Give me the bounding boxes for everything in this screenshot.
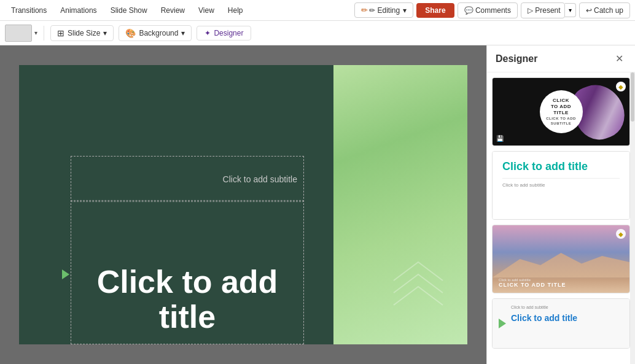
editing-label: ✏ Editing — [369, 6, 400, 15]
slide-size-label: Slide Size — [68, 29, 100, 37]
decorative-arrows — [381, 244, 455, 320]
catchup-button[interactable]: ↩ Catch up — [579, 2, 630, 18]
card3-preview: ◆ Click to add subtitle CLICK TO ADD TIT… — [493, 225, 629, 293]
slide-right-half — [333, 65, 467, 344]
menu-review[interactable]: Review — [155, 4, 191, 17]
menu-view[interactable]: View — [192, 4, 220, 17]
slide: Click to add subtitle Click to add title — [19, 65, 467, 344]
designer-button[interactable]: ✦ Designer — [197, 26, 251, 41]
card1-premium-badge: ◆ — [616, 82, 626, 91]
card3-premium-badge: ◆ — [616, 229, 626, 239]
designer-scrollbar[interactable] — [630, 72, 635, 364]
editing-dropdown-icon: ▾ — [403, 6, 407, 15]
pencil-icon: ✏ — [361, 6, 368, 15]
slide-thumbnail-box — [5, 25, 32, 42]
slide-size-icon: ⊞ — [57, 28, 64, 38]
menu-slideshow[interactable]: Slide Show — [104, 4, 154, 17]
card1-save-icon: 💾 — [496, 135, 504, 142]
design-suggestion-1[interactable]: CLICK TO ADD TITLE CLICK TO ADD SUBTITLE… — [492, 77, 630, 146]
slide-left-half: Click to add subtitle Click to add title — [19, 65, 333, 344]
background-label: Background — [139, 29, 178, 37]
designer-panel: Designer ✕ CLICK TO ADD TITLE CLICK TO A… — [486, 45, 635, 364]
subtitle-textbox[interactable]: Click to add subtitle — [71, 156, 304, 202]
designer-header: Designer ✕ — [487, 45, 635, 72]
design-suggestion-4[interactable]: Click to add subtitle Click to add title — [492, 298, 630, 349]
card4-subtitle: Click to add subtitle — [511, 305, 621, 309]
background-icon: 🎨 — [125, 28, 136, 38]
slide-thumbnail-selector[interactable]: ▾ — [5, 25, 37, 42]
card4-title: Click to add title — [511, 313, 621, 323]
background-button[interactable]: 🎨 Background ▾ — [119, 25, 192, 41]
slide-area[interactable]: Click to add subtitle Click to add title — [0, 45, 486, 364]
card1-line2: TO ADD — [551, 104, 571, 110]
toolbar: ▾ ⊞ Slide Size ▾ 🎨 Background ▾ ✦ Design… — [0, 21, 635, 45]
card3-title: CLICK TO ADD TITLE — [499, 282, 623, 288]
slide-arrow-indicator — [62, 269, 69, 279]
menu-help[interactable]: Help — [222, 4, 249, 17]
card2-subtitle: Click to add subtitle — [502, 178, 620, 188]
title-placeholder: Click to add title — [77, 265, 297, 335]
card1-circle: CLICK TO ADD TITLE CLICK TO ADD SUBTITLE — [540, 90, 583, 133]
main-area: Click to add subtitle Click to add title — [0, 45, 635, 364]
designer-close-button[interactable]: ✕ — [612, 52, 626, 66]
card2-title: Click to add title — [502, 160, 620, 173]
slide-size-dropdown-icon: ▾ — [103, 29, 107, 37]
card4-preview: Click to add subtitle Click to add title — [493, 299, 629, 348]
editing-button[interactable]: ✏ ✏ Editing ▾ — [354, 2, 413, 18]
menu-bar: Transitions Animations Slide Show Review… — [0, 0, 635, 21]
share-button[interactable]: Share — [416, 3, 454, 18]
present-dropdown-button[interactable]: ▾ — [565, 3, 576, 17]
thumbnail-dropdown-icon[interactable]: ▾ — [34, 29, 37, 36]
designer-scrollbar-thumb — [631, 72, 634, 122]
designer-scroll-area[interactable]: CLICK TO ADD TITLE CLICK TO ADD SUBTITLE… — [487, 72, 635, 364]
slide-size-button[interactable]: ⊞ Slide Size ▾ — [50, 25, 114, 41]
card4-arrow-icon — [499, 319, 506, 328]
designer-label: Designer — [214, 29, 243, 37]
menu-animations[interactable]: Animations — [54, 4, 103, 17]
card2-preview: Click to add title Click to add subtitle — [493, 152, 629, 219]
background-dropdown-icon: ▾ — [181, 29, 185, 37]
comments-button[interactable]: 💬 Comments — [458, 2, 518, 18]
designer-panel-title: Designer — [496, 53, 537, 64]
menu-transitions[interactable]: Transitions — [5, 4, 53, 17]
present-button[interactable]: ▷ Present — [521, 2, 565, 18]
toolbar-divider-1 — [44, 26, 44, 41]
designer-wand-icon: ✦ — [205, 29, 211, 37]
design-suggestion-2[interactable]: Click to add title Click to add subtitle — [492, 151, 630, 220]
design-suggestion-3[interactable]: ◆ Click to add subtitle CLICK TO ADD TIT… — [492, 225, 630, 293]
subtitle-placeholder: Click to add subtitle — [223, 174, 297, 184]
card1-preview: CLICK TO ADD TITLE CLICK TO ADD SUBTITLE… — [493, 78, 629, 145]
title-textbox[interactable]: Click to add title — [71, 200, 304, 344]
card1-line3: TITLE — [553, 110, 569, 116]
card3-mountain-decoration — [493, 247, 629, 277]
card1-line1: CLICK — [553, 98, 569, 104]
card1-circle-subtitle: CLICK TO ADD SUBTITLE — [540, 117, 583, 126]
